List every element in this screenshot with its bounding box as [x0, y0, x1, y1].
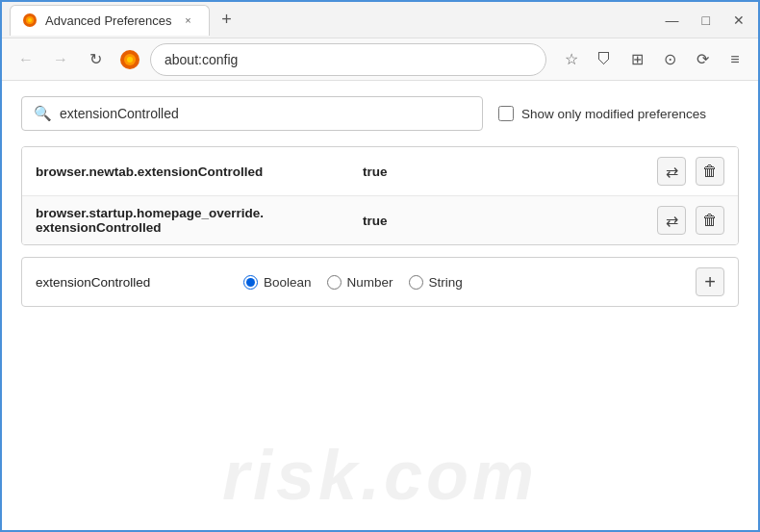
menu-button[interactable]: ≡ — [722, 46, 748, 73]
boolean-radio[interactable] — [243, 275, 258, 290]
reload-button[interactable]: ↻ — [81, 45, 110, 74]
search-icon: 🔍 — [34, 105, 52, 122]
watermark: risk.com — [222, 436, 538, 515]
address-text: about:config — [165, 52, 238, 67]
extension-button[interactable]: ⊞ — [623, 46, 650, 73]
pref-value: true — [363, 214, 657, 228]
show-modified-checkbox[interactable] — [498, 106, 514, 121]
content-area: 🔍 Show only modified preferences browser… — [2, 81, 758, 532]
bookmark-button[interactable]: ☆ — [558, 46, 585, 73]
nav-bar: ← → ↻ about:config ☆ ⛉ ⊞ ⊙ ⟳ ≡ — [2, 38, 758, 81]
delete-button[interactable]: 🗑 — [696, 206, 724, 235]
back-icon: ← — [18, 51, 34, 68]
row-actions: ⇄ 🗑 — [657, 206, 724, 235]
toggle-icon: ⇄ — [666, 163, 678, 181]
type-radio-group: Boolean Number String — [243, 275, 463, 290]
svg-point-2 — [28, 18, 32, 22]
toggle-button[interactable]: ⇄ — [657, 206, 686, 235]
tab-title: Advanced Preferences — [45, 13, 172, 28]
search-row: 🔍 Show only modified preferences — [21, 96, 739, 131]
table-row: browser.startup.homepage_override. exten… — [22, 196, 738, 244]
address-bar[interactable]: about:config — [150, 43, 546, 76]
toggle-button[interactable]: ⇄ — [657, 157, 686, 186]
active-tab[interactable]: Advanced Preferences × — [10, 5, 210, 36]
boolean-radio-label[interactable]: Boolean — [243, 275, 312, 290]
firefox-logo — [119, 49, 140, 70]
svg-point-5 — [127, 57, 133, 63]
back-button[interactable]: ← — [12, 45, 40, 74]
string-radio-label[interactable]: String — [409, 275, 463, 290]
tab-favicon — [22, 13, 38, 28]
window-close-button[interactable]: ✕ — [727, 9, 750, 32]
delete-icon: 🗑 — [702, 163, 718, 180]
delete-icon: 🗑 — [702, 212, 718, 229]
string-label: String — [429, 275, 463, 290]
show-modified-label: Show only modified preferences — [521, 107, 706, 121]
results-table: browser.newtab.extensionControlled true … — [21, 146, 739, 245]
show-modified-checkbox-row[interactable]: Show only modified preferences — [498, 106, 706, 121]
search-box[interactable]: 🔍 — [21, 96, 483, 131]
reload-icon: ↻ — [89, 50, 102, 68]
table-row: browser.newtab.extensionControlled true … — [22, 147, 738, 196]
add-pref-button[interactable]: + — [696, 267, 724, 296]
new-pref-row: extensionControlled Boolean Number Strin… — [21, 257, 739, 307]
tab-close-button[interactable]: × — [180, 12, 197, 29]
tab-area: Advanced Preferences × + — [10, 5, 652, 36]
nav-icons: ☆ ⛉ ⊞ ⊙ ⟳ ≡ — [558, 46, 748, 73]
sync-button[interactable]: ⟳ — [689, 46, 716, 73]
boolean-label: Boolean — [264, 275, 312, 290]
search-input[interactable] — [60, 106, 470, 121]
number-radio[interactable] — [327, 275, 342, 290]
delete-button[interactable]: 🗑 — [696, 157, 724, 186]
pref-name-line2: extensionControlled — [36, 220, 363, 235]
number-radio-label[interactable]: Number — [327, 275, 393, 290]
pref-name-multiline: browser.startup.homepage_override. exten… — [36, 206, 363, 235]
string-radio[interactable] — [409, 275, 423, 290]
shield-button[interactable]: ⛉ — [591, 46, 618, 73]
profile-button[interactable]: ⊙ — [656, 46, 683, 73]
maximize-button[interactable]: □ — [697, 9, 716, 32]
forward-button[interactable]: → — [46, 45, 75, 74]
row-actions: ⇄ 🗑 — [657, 157, 724, 186]
window-controls: — □ ✕ — [660, 9, 750, 32]
pref-name-line1: browser.startup.homepage_override. — [36, 206, 363, 220]
new-tab-button[interactable]: + — [214, 7, 241, 34]
minimize-button[interactable]: — — [660, 9, 685, 32]
title-bar: Advanced Preferences × + — □ ✕ — [2, 2, 758, 38]
new-pref-name: extensionControlled — [36, 275, 228, 290]
number-label: Number — [347, 275, 393, 290]
pref-value: true — [363, 165, 657, 179]
toggle-icon: ⇄ — [666, 212, 678, 230]
forward-icon: → — [53, 51, 68, 68]
pref-name: browser.newtab.extensionControlled — [36, 165, 363, 179]
